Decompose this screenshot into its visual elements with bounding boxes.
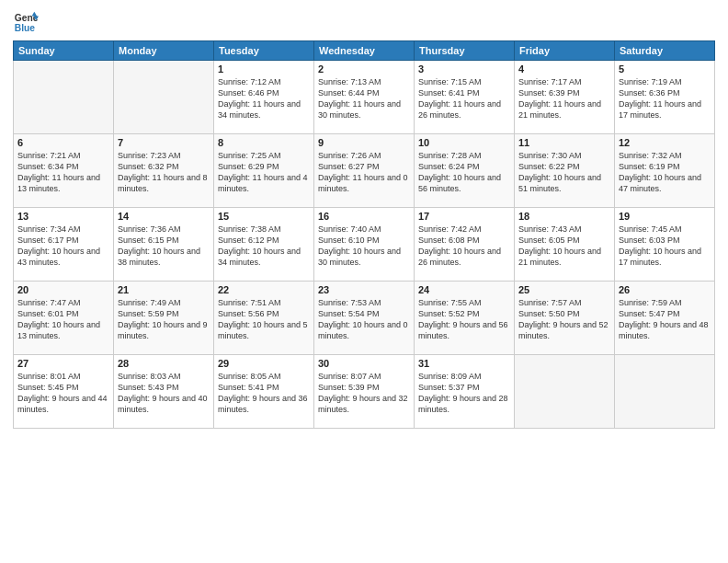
cell-info: Sunrise: 8:05 AMSunset: 5:41 PMDaylight:… bbox=[218, 371, 310, 416]
calendar-cell: 14Sunrise: 7:36 AMSunset: 6:15 PMDayligh… bbox=[114, 208, 214, 282]
day-number: 21 bbox=[118, 284, 210, 295]
day-number: 20 bbox=[17, 284, 109, 295]
calendar-cell: 6Sunrise: 7:21 AMSunset: 6:34 PMDaylight… bbox=[14, 134, 114, 208]
cell-info: Sunrise: 7:57 AMSunset: 5:50 PMDaylight:… bbox=[518, 297, 610, 342]
cell-info: Sunrise: 7:49 AMSunset: 5:59 PMDaylight:… bbox=[118, 297, 210, 342]
calendar-cell: 7Sunrise: 7:23 AMSunset: 6:32 PMDaylight… bbox=[114, 134, 214, 208]
day-number: 5 bbox=[619, 63, 711, 75]
calendar-cell: 11Sunrise: 7:30 AMSunset: 6:22 PMDayligh… bbox=[515, 134, 615, 208]
cell-info: Sunrise: 7:15 AMSunset: 6:41 PMDaylight:… bbox=[418, 76, 510, 121]
cell-info: Sunrise: 8:07 AMSunset: 5:39 PMDaylight:… bbox=[318, 371, 410, 416]
calendar-cell: 24Sunrise: 7:55 AMSunset: 5:52 PMDayligh… bbox=[415, 282, 515, 355]
day-number: 24 bbox=[418, 284, 510, 295]
calendar-cell bbox=[515, 355, 615, 429]
cell-info: Sunrise: 8:03 AMSunset: 5:43 PMDaylight:… bbox=[118, 371, 210, 416]
cell-info: Sunrise: 7:42 AMSunset: 6:08 PMDaylight:… bbox=[418, 224, 510, 269]
day-number: 15 bbox=[218, 211, 310, 222]
weekday-header: Wednesday bbox=[314, 41, 415, 61]
day-number: 9 bbox=[318, 137, 410, 148]
day-number: 27 bbox=[17, 358, 109, 369]
day-number: 17 bbox=[418, 211, 510, 222]
calendar-cell: 12Sunrise: 7:32 AMSunset: 6:19 PMDayligh… bbox=[615, 134, 715, 208]
calendar-cell: 9Sunrise: 7:26 AMSunset: 6:27 PMDaylight… bbox=[314, 134, 415, 208]
day-number: 30 bbox=[318, 358, 410, 369]
calendar: SundayMondayTuesdayWednesdayThursdayFrid… bbox=[13, 40, 715, 429]
cell-info: Sunrise: 7:55 AMSunset: 5:52 PMDaylight:… bbox=[418, 297, 510, 342]
day-number: 28 bbox=[118, 358, 210, 369]
header: General Blue bbox=[13, 9, 715, 35]
calendar-week-row: 1Sunrise: 7:12 AMSunset: 6:46 PMDaylight… bbox=[14, 61, 715, 134]
calendar-cell: 13Sunrise: 7:34 AMSunset: 6:17 PMDayligh… bbox=[14, 208, 114, 282]
day-number: 6 bbox=[17, 137, 109, 148]
cell-info: Sunrise: 8:09 AMSunset: 5:37 PMDaylight:… bbox=[418, 371, 510, 416]
calendar-cell: 28Sunrise: 8:03 AMSunset: 5:43 PMDayligh… bbox=[114, 355, 214, 429]
cell-info: Sunrise: 7:28 AMSunset: 6:24 PMDaylight:… bbox=[418, 150, 510, 195]
calendar-cell: 2Sunrise: 7:13 AMSunset: 6:44 PMDaylight… bbox=[314, 61, 415, 134]
day-number: 26 bbox=[619, 284, 711, 295]
cell-info: Sunrise: 7:59 AMSunset: 5:47 PMDaylight:… bbox=[619, 297, 711, 342]
cell-info: Sunrise: 7:36 AMSunset: 6:15 PMDaylight:… bbox=[118, 224, 210, 269]
day-number: 18 bbox=[518, 211, 610, 222]
calendar-cell: 27Sunrise: 8:01 AMSunset: 5:45 PMDayligh… bbox=[14, 355, 114, 429]
day-number: 11 bbox=[518, 137, 610, 148]
calendar-cell bbox=[615, 355, 715, 429]
calendar-week-row: 20Sunrise: 7:47 AMSunset: 6:01 PMDayligh… bbox=[14, 282, 715, 355]
weekday-header: Saturday bbox=[615, 41, 715, 61]
cell-info: Sunrise: 7:19 AMSunset: 6:36 PMDaylight:… bbox=[619, 76, 711, 121]
day-number: 23 bbox=[318, 284, 410, 295]
cell-info: Sunrise: 7:38 AMSunset: 6:12 PMDaylight:… bbox=[218, 224, 310, 269]
cell-info: Sunrise: 7:53 AMSunset: 5:54 PMDaylight:… bbox=[318, 297, 410, 342]
calendar-week-row: 27Sunrise: 8:01 AMSunset: 5:45 PMDayligh… bbox=[14, 355, 715, 429]
calendar-cell: 5Sunrise: 7:19 AMSunset: 6:36 PMDaylight… bbox=[615, 61, 715, 134]
cell-info: Sunrise: 7:30 AMSunset: 6:22 PMDaylight:… bbox=[518, 150, 610, 195]
calendar-cell: 25Sunrise: 7:57 AMSunset: 5:50 PMDayligh… bbox=[515, 282, 615, 355]
calendar-cell: 16Sunrise: 7:40 AMSunset: 6:10 PMDayligh… bbox=[314, 208, 415, 282]
cell-info: Sunrise: 7:45 AMSunset: 6:03 PMDaylight:… bbox=[619, 224, 711, 269]
day-number: 16 bbox=[318, 211, 410, 222]
cell-info: Sunrise: 7:34 AMSunset: 6:17 PMDaylight:… bbox=[17, 224, 109, 269]
weekday-header: Tuesday bbox=[214, 41, 314, 61]
calendar-cell: 1Sunrise: 7:12 AMSunset: 6:46 PMDaylight… bbox=[214, 61, 314, 134]
calendar-cell: 4Sunrise: 7:17 AMSunset: 6:39 PMDaylight… bbox=[515, 61, 615, 134]
cell-info: Sunrise: 7:43 AMSunset: 6:05 PMDaylight:… bbox=[518, 224, 610, 269]
calendar-week-row: 13Sunrise: 7:34 AMSunset: 6:17 PMDayligh… bbox=[14, 208, 715, 282]
cell-info: Sunrise: 7:12 AMSunset: 6:46 PMDaylight:… bbox=[218, 76, 310, 121]
cell-info: Sunrise: 7:51 AMSunset: 5:56 PMDaylight:… bbox=[218, 297, 310, 342]
calendar-cell: 22Sunrise: 7:51 AMSunset: 5:56 PMDayligh… bbox=[214, 282, 314, 355]
calendar-cell: 17Sunrise: 7:42 AMSunset: 6:08 PMDayligh… bbox=[415, 208, 515, 282]
day-number: 22 bbox=[218, 284, 310, 295]
cell-info: Sunrise: 7:21 AMSunset: 6:34 PMDaylight:… bbox=[17, 150, 109, 195]
calendar-cell: 3Sunrise: 7:15 AMSunset: 6:41 PMDaylight… bbox=[415, 61, 515, 134]
cell-info: Sunrise: 7:32 AMSunset: 6:19 PMDaylight:… bbox=[619, 150, 711, 195]
day-number: 2 bbox=[318, 63, 410, 75]
calendar-cell: 23Sunrise: 7:53 AMSunset: 5:54 PMDayligh… bbox=[314, 282, 415, 355]
day-number: 7 bbox=[118, 137, 210, 148]
cell-info: Sunrise: 7:17 AMSunset: 6:39 PMDaylight:… bbox=[518, 76, 610, 121]
weekday-header: Thursday bbox=[415, 41, 515, 61]
weekday-header-row: SundayMondayTuesdayWednesdayThursdayFrid… bbox=[14, 41, 715, 61]
cell-info: Sunrise: 7:23 AMSunset: 6:32 PMDaylight:… bbox=[118, 150, 210, 195]
cell-info: Sunrise: 7:40 AMSunset: 6:10 PMDaylight:… bbox=[318, 224, 410, 269]
calendar-cell: 19Sunrise: 7:45 AMSunset: 6:03 PMDayligh… bbox=[615, 208, 715, 282]
calendar-cell: 26Sunrise: 7:59 AMSunset: 5:47 PMDayligh… bbox=[615, 282, 715, 355]
cell-info: Sunrise: 7:25 AMSunset: 6:29 PMDaylight:… bbox=[218, 150, 310, 195]
calendar-cell: 15Sunrise: 7:38 AMSunset: 6:12 PMDayligh… bbox=[214, 208, 314, 282]
day-number: 12 bbox=[619, 137, 711, 148]
cell-info: Sunrise: 7:47 AMSunset: 6:01 PMDaylight:… bbox=[17, 297, 109, 342]
cell-info: Sunrise: 7:26 AMSunset: 6:27 PMDaylight:… bbox=[318, 150, 410, 195]
svg-text:Blue: Blue bbox=[15, 23, 36, 33]
calendar-cell bbox=[114, 61, 214, 134]
calendar-cell: 31Sunrise: 8:09 AMSunset: 5:37 PMDayligh… bbox=[415, 355, 515, 429]
day-number: 25 bbox=[518, 284, 610, 295]
weekday-header: Friday bbox=[515, 41, 615, 61]
cell-info: Sunrise: 8:01 AMSunset: 5:45 PMDaylight:… bbox=[17, 371, 109, 416]
day-number: 4 bbox=[518, 63, 610, 75]
day-number: 29 bbox=[218, 358, 310, 369]
page: General Blue SundayMondayTuesdayWednesda… bbox=[0, 0, 728, 563]
day-number: 14 bbox=[118, 211, 210, 222]
calendar-cell: 21Sunrise: 7:49 AMSunset: 5:59 PMDayligh… bbox=[114, 282, 214, 355]
day-number: 3 bbox=[418, 63, 510, 75]
day-number: 13 bbox=[17, 211, 109, 222]
calendar-cell: 30Sunrise: 8:07 AMSunset: 5:39 PMDayligh… bbox=[314, 355, 415, 429]
weekday-header: Monday bbox=[114, 41, 214, 61]
